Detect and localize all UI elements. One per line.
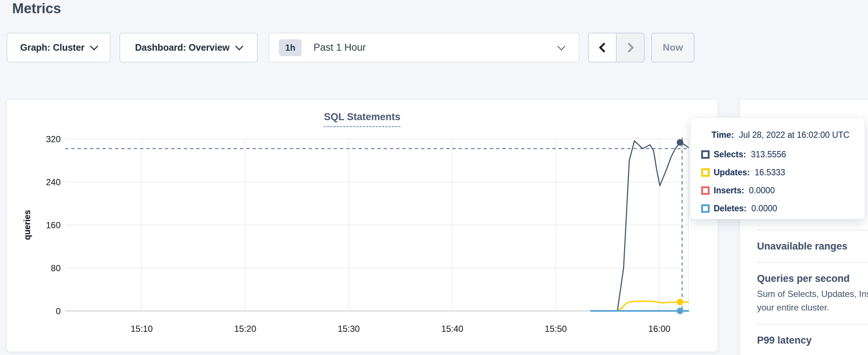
series-swatch-icon [701, 186, 710, 195]
series-value: 0.0000 [751, 204, 777, 214]
page-title: Metrics [12, 1, 61, 17]
sidebar-description-line: Sum of Selects, Updates, Inser [757, 287, 868, 301]
dashboard-dropdown-label: Dashboard: Overview [135, 42, 229, 53]
x-tick-label: 15:40 [441, 324, 463, 334]
series-label: Inserts: [714, 186, 744, 196]
y-tick-label: 320 [46, 134, 61, 144]
chevron-down-icon [557, 43, 565, 50]
time-pager [588, 33, 645, 62]
tooltip-series-rows: Selects:313.5556Updates:16.5333Inserts:0… [701, 150, 865, 214]
tooltip-series-row: Deletes:0.0000 [701, 204, 865, 214]
y-tick-label: 80 [51, 263, 61, 273]
sidebar-section-heading: P99 latency [757, 334, 868, 347]
series-swatch-icon [701, 204, 710, 213]
x-tick-label: 16:00 [648, 324, 670, 334]
dashboard-dropdown[interactable]: Dashboard: Overview [119, 33, 258, 62]
tooltip-series-row: Selects:313.5556 [701, 150, 865, 159]
sidebar-section-heading: Queries per second [757, 273, 868, 285]
series-label: Updates: [714, 168, 750, 178]
y-axis-label: queries [22, 210, 32, 240]
next-time-button[interactable] [616, 33, 644, 62]
highlight-dot-selects [677, 139, 683, 146]
series-label: Deletes: [714, 204, 746, 214]
series-line-selects [591, 141, 688, 311]
series-swatch-icon [701, 150, 710, 159]
sidebar-divider [757, 262, 868, 263]
sql-statements-card: SQL Statements 08016024032015:1015:2015:… [7, 100, 718, 352]
tooltip-series-row: Inserts:0.0000 [701, 186, 865, 196]
sidebar-divider [757, 324, 868, 324]
time-range-selector[interactable]: 1h Past 1 Hour [269, 33, 580, 62]
sidebar-divider [757, 230, 868, 230]
metrics-page: { "page": { "title": "Metrics" }, "toolb… [0, 0, 868, 355]
series-value: 0.0000 [749, 186, 775, 196]
y-tick-label: 160 [46, 220, 61, 230]
chart-tooltip: Time:Jul 28, 2022 at 16:02:00 UTC Select… [690, 117, 865, 219]
series-swatch-icon [701, 168, 710, 177]
chevron-right-icon [624, 43, 634, 53]
tooltip-time-row: Time:Jul 28, 2022 at 16:02:00 UTC [711, 130, 865, 140]
sidebar-section-heading: Unavailable ranges [757, 240, 868, 252]
highlight-dot-updates [677, 299, 683, 305]
chevron-left-icon [599, 43, 609, 53]
series-line-updates [591, 301, 688, 311]
x-tick-label: 15:20 [234, 324, 256, 334]
tooltip-time-value: Jul 28, 2022 at 16:02:00 UTC [739, 130, 849, 140]
x-tick-label: 15:10 [130, 324, 153, 334]
chevron-down-icon [90, 42, 98, 50]
chevron-down-icon [235, 42, 243, 50]
highlight-dot-deletes [677, 308, 683, 314]
previous-time-button[interactable] [589, 33, 616, 62]
tooltip-series-row: Updates:16.5333 [701, 168, 865, 178]
series-value: 313.5556 [751, 150, 786, 159]
sidebar-section-description: Sum of Selects, Updates, Inseryour entir… [757, 287, 868, 314]
graph-dropdown-label: Graph: Cluster [20, 42, 85, 53]
sql-statements-chart[interactable]: 08016024032015:1015:2015:3015:4015:5016:… [7, 100, 718, 352]
x-tick-label: 15:50 [545, 324, 567, 334]
tooltip-time-label: Time: [711, 130, 734, 140]
series-value: 16.5333 [754, 168, 785, 178]
time-range-badge: 1h [279, 39, 302, 56]
x-tick-label: 15:30 [338, 324, 360, 334]
now-button[interactable]: Now [651, 33, 695, 62]
sidebar-description-line: your entire cluster. [757, 301, 868, 314]
y-tick-label: 0 [56, 306, 61, 316]
graph-dropdown[interactable]: Graph: Cluster [7, 33, 111, 62]
y-tick-label: 240 [46, 177, 61, 187]
time-range-label: Past 1 Hour [313, 42, 366, 53]
series-label: Selects: [714, 150, 746, 159]
